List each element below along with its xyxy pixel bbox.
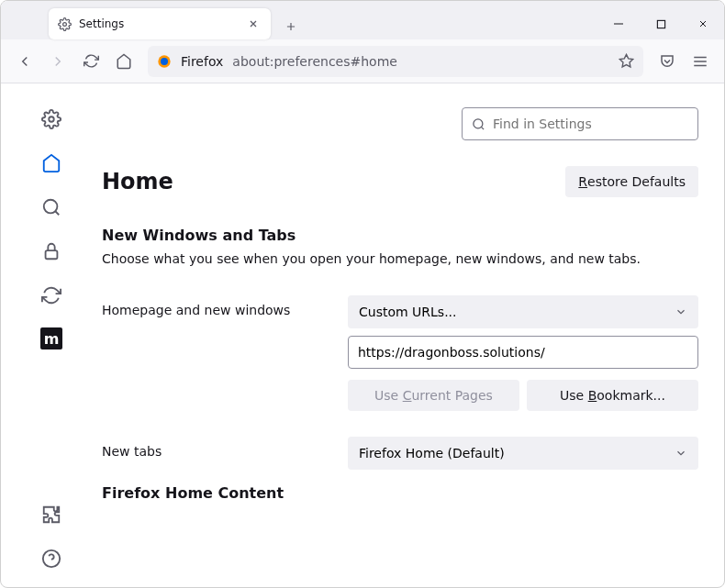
url-prefix: Firefox bbox=[181, 54, 223, 69]
use-current-pages-button[interactable]: Use Current Pages bbox=[348, 380, 519, 411]
home-button[interactable] bbox=[109, 47, 139, 76]
homepage-label: Homepage and new windows bbox=[102, 295, 333, 317]
page-title: Home bbox=[102, 169, 173, 194]
svg-point-3 bbox=[161, 58, 168, 65]
section-new-windows-desc: Choose what you see when you open your h… bbox=[102, 251, 698, 266]
newtabs-select[interactable]: Firefox Home (Default) bbox=[348, 437, 698, 470]
chevron-down-icon bbox=[675, 305, 687, 318]
svg-rect-1 bbox=[657, 20, 664, 28]
section-home-content-title: Firefox Home Content bbox=[102, 484, 698, 502]
sidebar-extensions-icon[interactable] bbox=[39, 503, 63, 527]
reload-button[interactable] bbox=[76, 47, 106, 76]
url-bar[interactable]: Firefox about:preferences#home bbox=[148, 46, 643, 77]
firefox-icon bbox=[157, 54, 172, 69]
pocket-button[interactable] bbox=[652, 47, 682, 76]
maximize-button[interactable] bbox=[640, 8, 682, 39]
titlebar: Settings bbox=[1, 1, 724, 39]
browser-tab[interactable]: Settings bbox=[49, 8, 271, 39]
homepage-mode-value: Custom URLs... bbox=[359, 305, 457, 319]
svg-point-6 bbox=[44, 200, 58, 214]
settings-main: Home Restore Defaults New Windows and Ta… bbox=[102, 83, 724, 588]
section-new-windows-title: New Windows and Tabs bbox=[102, 227, 698, 244]
search-icon bbox=[472, 117, 485, 131]
sidebar-home-icon[interactable] bbox=[39, 151, 63, 175]
svg-point-9 bbox=[474, 118, 483, 128]
minimize-button[interactable] bbox=[597, 8, 640, 39]
window-controls bbox=[597, 8, 724, 39]
restore-defaults-button[interactable]: Restore Defaults bbox=[565, 166, 698, 197]
bookmark-star-icon[interactable] bbox=[619, 53, 634, 69]
newtabs-value: Firefox Home (Default) bbox=[359, 446, 505, 460]
tab-title: Settings bbox=[79, 17, 238, 30]
sidebar-help-icon[interactable] bbox=[39, 547, 63, 571]
svg-point-5 bbox=[49, 116, 54, 122]
newtabs-label: New tabs bbox=[102, 437, 333, 459]
use-bookmark-button[interactable]: Use Bookmark... bbox=[527, 380, 698, 411]
svg-marker-4 bbox=[619, 54, 632, 66]
sidebar-privacy-icon[interactable] bbox=[39, 239, 63, 263]
url-text: about:preferences#home bbox=[232, 54, 609, 69]
sidebar-more-icon[interactable]: m bbox=[40, 327, 62, 349]
sidebar-general-icon[interactable] bbox=[39, 107, 63, 131]
app-menu-button[interactable] bbox=[686, 47, 715, 76]
chevron-down-icon bbox=[675, 447, 687, 460]
gear-icon bbox=[58, 17, 72, 31]
back-button[interactable] bbox=[10, 47, 39, 76]
sidebar-search-icon[interactable] bbox=[39, 195, 63, 219]
settings-search[interactable] bbox=[462, 107, 698, 140]
settings-search-input[interactable] bbox=[493, 116, 688, 131]
homepage-url-input[interactable] bbox=[348, 336, 698, 369]
homepage-mode-select[interactable]: Custom URLs... bbox=[348, 295, 698, 328]
svg-point-0 bbox=[63, 22, 67, 26]
nav-toolbar: Firefox about:preferences#home bbox=[1, 39, 724, 83]
content-area: m Home Restore Defaults New Windows and … bbox=[1, 83, 724, 588]
forward-button[interactable] bbox=[43, 47, 72, 76]
new-tab-button[interactable] bbox=[278, 14, 304, 39]
settings-sidebar: m bbox=[1, 83, 102, 588]
close-window-button[interactable] bbox=[682, 8, 724, 39]
svg-rect-7 bbox=[46, 250, 58, 259]
sidebar-sync-icon[interactable] bbox=[39, 283, 63, 307]
close-icon[interactable] bbox=[245, 16, 262, 32]
